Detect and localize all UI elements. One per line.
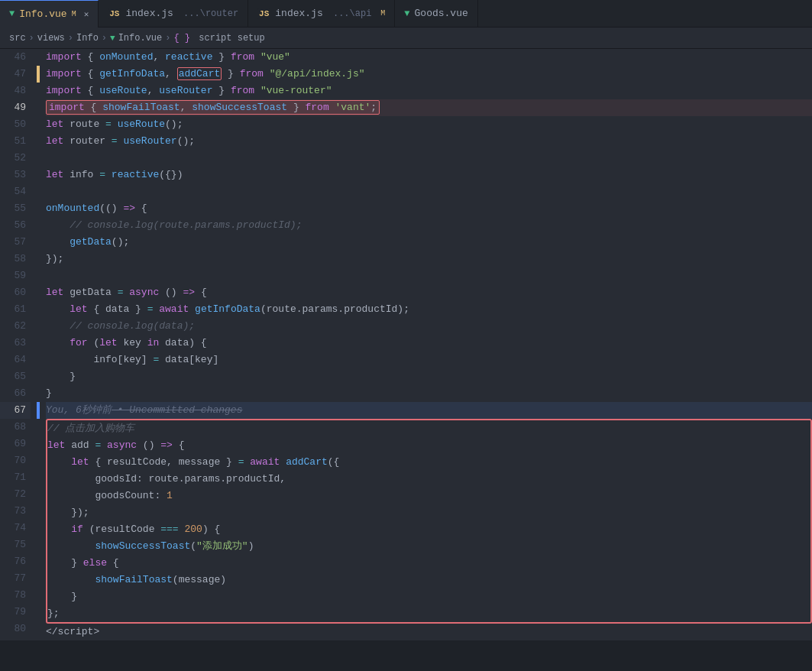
ln-76: 76 (0, 553, 31, 570)
ln-54: 54 (0, 183, 31, 200)
code-line-67: You, 6秒钟前 • Uncommitted changes (46, 402, 812, 419)
code-line-68: // 点击加入购物车 (47, 420, 810, 437)
ln-65: 65 (0, 368, 31, 385)
code-line-50: let route = useRoute(); (46, 116, 812, 133)
code-line-54 (46, 183, 812, 200)
ln-75: 75 (0, 536, 31, 553)
code-line-61: let { data } = await getInfoData(route.p… (46, 301, 812, 318)
ln-51: 51 (0, 133, 31, 150)
ln-57: 57 (0, 234, 31, 251)
breadcrumb-script: script setup (193, 33, 265, 44)
ln-69: 69 (0, 436, 31, 452)
tab-goods-vue[interactable]: ▼ Goods.vue (395, 0, 477, 28)
ln-56: 56 (0, 217, 31, 234)
ln-71: 71 (0, 469, 31, 486)
code-line-78: } (47, 588, 810, 605)
code-line-77: showFailToast(message) (47, 572, 810, 588)
js-icon: JS (108, 8, 121, 19)
tab-bar: ▼ Info.vue M ✕ JS index.js ...\router JS… (0, 0, 812, 28)
tab-path: ...\api (328, 8, 372, 19)
code-line-62: // console.log(data); (46, 318, 812, 335)
breadcrumb: src › views › Info › ▼ Info.vue › { } sc… (0, 28, 812, 49)
ln-58: 58 (0, 251, 31, 267)
modified-indicator: M (376, 9, 385, 18)
code-line-46: import { onMounted, reactive } from "vue… (46, 49, 812, 66)
ln-68: 68 (0, 419, 31, 436)
tab-label: Goods.vue (415, 8, 468, 19)
breadcrumb-src: src (9, 33, 26, 44)
code-line-56: // console.log(route.params.productId); (46, 217, 812, 234)
tab-close-button[interactable]: ✕ (84, 9, 89, 19)
code-line-65: } (46, 368, 812, 385)
tab-path: ...\router (178, 8, 238, 19)
ln-63: 63 (0, 335, 31, 352)
ln-52: 52 (0, 150, 31, 167)
code-line-74: if (resultCode === 200) { (47, 521, 810, 538)
code-line-58: }); (46, 251, 812, 267)
breadcrumb-vue-icon: ▼ (110, 34, 115, 43)
code-line-55: onMounted(() => { (46, 200, 812, 217)
code-line-63: for (let key in data) { (46, 335, 812, 352)
ln-53: 53 (0, 167, 31, 183)
vue-icon: ▼ (404, 8, 409, 19)
breadcrumb-section: { } (173, 33, 190, 44)
ln-55: 55 (0, 200, 31, 217)
breadcrumb-info: Info (76, 33, 99, 44)
red-border-region: // 点击加入购物车 let add = async () => { let {… (46, 419, 812, 624)
code-line-79: }; (47, 605, 810, 622)
ln-67: 67 (0, 402, 31, 419)
code-editor: 46 47 48 49 50 51 52 53 54 55 56 57 58 5… (0, 49, 812, 640)
code-line-64: info[key] = data[key] (46, 352, 812, 368)
tab-label: Info.vue (19, 8, 66, 20)
code-line-52 (46, 150, 812, 167)
code-line-76: } else { (47, 555, 810, 572)
code-line-70: let { resultCode, message } = await addC… (47, 454, 810, 471)
code-line-69: let add = async () => { (47, 437, 810, 454)
code-line-80: </script> (46, 624, 812, 640)
code-line-71: goodsId: route.params.productId, (47, 471, 810, 488)
code-line-57: getData(); (46, 234, 812, 251)
ln-48: 48 (0, 83, 31, 99)
code-line-49: import { showFailToast, showSuccessToast… (46, 99, 812, 116)
ln-78: 78 (0, 587, 31, 604)
code-line-53: let info = reactive({}) (46, 167, 812, 183)
code-line-59 (46, 267, 812, 284)
ln-64: 64 (0, 352, 31, 368)
ln-46: 46 (0, 49, 31, 66)
tab-info-vue[interactable]: ▼ Info.vue M ✕ (0, 0, 99, 28)
code-line-72: goodsCount: 1 (47, 488, 810, 504)
ln-61: 61 (0, 301, 31, 318)
code-line-48: import { useRoute, useRouter } from "vue… (46, 83, 812, 99)
ln-80: 80 (0, 621, 31, 637)
js-icon: JS (257, 8, 270, 19)
ln-50: 50 (0, 116, 31, 133)
tab-label: index.js (275, 8, 322, 19)
code-line-47: import { getInfoData, addCart } from "@/… (46, 66, 812, 83)
ln-72: 72 (0, 486, 31, 503)
ln-74: 74 (0, 520, 31, 536)
modified-indicator: M (72, 10, 76, 18)
ln-77: 77 (0, 570, 31, 587)
tab-label: index.js (125, 8, 173, 19)
code-line-60: let getData = async () => { (46, 284, 812, 301)
tab-router-index[interactable]: JS index.js ...\router (99, 0, 248, 28)
ln-70: 70 (0, 452, 31, 469)
ln-62: 62 (0, 318, 31, 335)
code-line-73: }); (47, 504, 810, 521)
code-line-66: } (46, 385, 812, 402)
code-line-51: let router = useRouter(); (46, 133, 812, 150)
ln-49: 49 (0, 99, 31, 116)
breadcrumb-views: views (37, 33, 65, 44)
tab-api-index[interactable]: JS index.js ...\api M (248, 0, 395, 28)
ln-73: 73 (0, 503, 31, 520)
code-content[interactable]: import { onMounted, reactive } from "vue… (40, 49, 812, 640)
ln-59: 59 (0, 267, 31, 284)
ln-66: 66 (0, 385, 31, 402)
line-numbers: 46 47 48 49 50 51 52 53 54 55 56 57 58 5… (0, 49, 37, 640)
ln-79: 79 (0, 604, 31, 621)
breadcrumb-file: Info.vue (118, 33, 163, 44)
ln-60: 60 (0, 284, 31, 301)
ln-47: 47 (0, 66, 31, 83)
code-line-75: showSuccessToast("添加成功") (47, 538, 810, 555)
vue-icon: ▼ (9, 8, 15, 19)
